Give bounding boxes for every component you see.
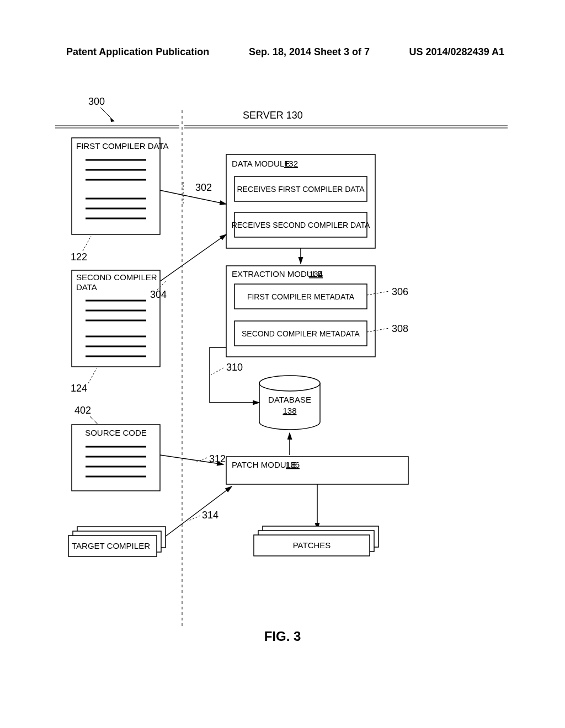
svg-line-24	[157, 281, 166, 290]
ref-308: 308	[392, 323, 408, 334]
svg-rect-6	[72, 138, 160, 234]
database-num: 138	[282, 406, 296, 415]
ref-124: 124	[71, 383, 87, 394]
ref-302: 302	[195, 182, 212, 193]
data-module-label: DATA MODULE	[232, 159, 290, 168]
ref-314: 314	[202, 510, 218, 521]
patches-label: PATCHES	[293, 540, 331, 550]
second-compiler-data-l2: DATA	[76, 282, 97, 292]
target-compiler-label: TARGET COMPILER	[72, 541, 150, 550]
patch-module-num: 136	[286, 460, 300, 469]
database-label: DATABASE	[268, 395, 311, 404]
svg-line-15	[160, 190, 226, 204]
first-meta: FIRST COMPILER METADATA	[247, 292, 355, 301]
second-meta: SECOND COMPILER METADATA	[242, 329, 360, 338]
svg-line-13	[83, 236, 91, 251]
page-header: Patent Application Publication Sep. 18, …	[0, 46, 565, 58]
svg-line-33	[367, 291, 389, 295]
ref-122: 122	[71, 251, 87, 263]
server-title: SERVER 130	[243, 110, 303, 121]
ref-304: 304	[150, 289, 167, 300]
ref-310: 310	[226, 362, 243, 373]
svg-line-35	[211, 368, 223, 375]
svg-line-23	[88, 368, 97, 383]
header-center: Sep. 18, 2014 Sheet 3 of 7	[249, 46, 370, 58]
first-compiler-data-label: FIRST COMPILER DATA	[76, 141, 169, 151]
svg-point-36	[259, 376, 320, 391]
figure-label: FIG. 3	[0, 629, 565, 644]
header-right: US 2014/0282439 A1	[409, 46, 504, 58]
ref-300: 300	[88, 96, 105, 107]
figure-diagram: 300 SERVER 130 FIRST COMPILER DATA 122 3…	[55, 94, 510, 645]
receives-first: RECEIVES FIRST COMPILER DATA	[237, 185, 365, 194]
receives-second: RECEIVES SECOND COMPILER DATA	[232, 221, 370, 229]
ref-306: 306	[392, 286, 408, 297]
data-module-num: 132	[284, 159, 298, 168]
svg-rect-30	[226, 266, 375, 357]
extraction-module-num: 134	[309, 269, 323, 279]
svg-line-40	[90, 416, 98, 425]
source-code-label: SOURCE CODE	[85, 428, 147, 437]
header-left: Patent Application Publication	[66, 46, 209, 58]
svg-line-34	[367, 328, 389, 332]
second-compiler-data-l1: SECOND COMPILER	[76, 272, 157, 282]
svg-line-50	[160, 486, 232, 540]
ref-402: 402	[74, 405, 91, 416]
svg-line-25	[160, 234, 226, 281]
